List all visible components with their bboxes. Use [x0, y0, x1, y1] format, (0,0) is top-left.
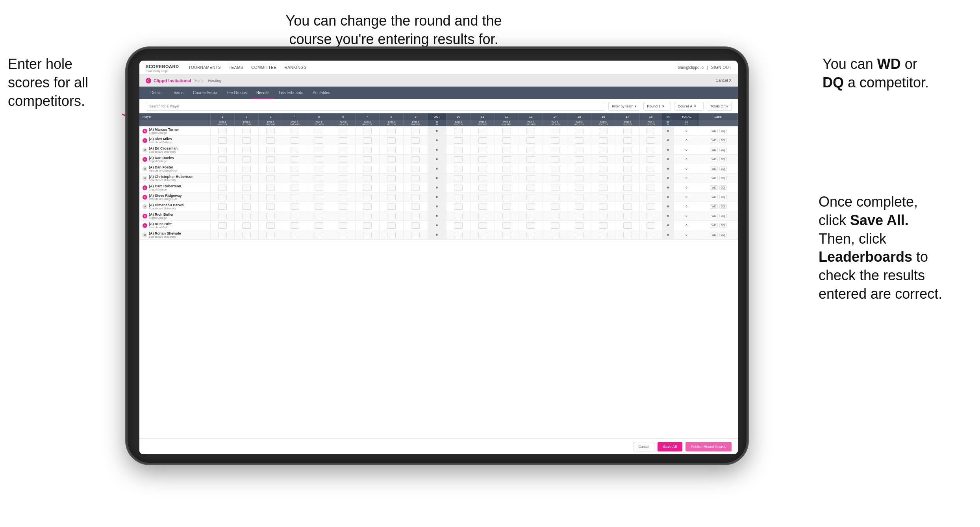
tab-tee-groups[interactable]: Tee Groups — [222, 87, 252, 99]
hole-15-input-cell[interactable] — [567, 155, 591, 164]
hole-16-input[interactable] — [599, 128, 608, 134]
hole-1-input[interactable] — [218, 156, 227, 163]
hole-1-input[interactable] — [218, 185, 227, 191]
dq-button[interactable]: DQ — [719, 148, 727, 152]
hole-5-input-cell[interactable] — [307, 126, 331, 136]
hole-3-input-cell[interactable] — [259, 126, 283, 136]
hole-16-input-cell[interactable] — [591, 136, 615, 145]
hole-6-input-cell[interactable] — [331, 164, 355, 174]
hole-8-input-cell[interactable] — [379, 211, 403, 221]
hole-2-input-cell[interactable] — [234, 126, 258, 136]
hole-10-input[interactable] — [454, 232, 463, 238]
hole-13-input[interactable] — [526, 147, 535, 153]
wd-button[interactable]: WD — [710, 166, 718, 171]
hole-13-input-cell[interactable] — [519, 164, 543, 174]
hole-9-input[interactable] — [411, 147, 420, 153]
hole-18-input[interactable] — [647, 128, 655, 134]
hole-6-input-cell[interactable] — [331, 230, 355, 240]
hole-15-input[interactable] — [575, 232, 584, 238]
hole-3-input-cell[interactable] — [259, 211, 283, 221]
sign-out-link[interactable]: Sign out — [711, 65, 732, 70]
hole-1-input[interactable] — [218, 213, 227, 219]
hole-15-input-cell[interactable] — [567, 230, 591, 240]
hole-13-input-cell[interactable] — [519, 221, 543, 230]
hole-6-input[interactable] — [339, 185, 347, 191]
hole-2-input[interactable] — [242, 222, 251, 229]
hole-1-input-cell[interactable] — [210, 164, 234, 174]
hole-7-input[interactable] — [363, 137, 372, 144]
hole-3-input-cell[interactable] — [259, 174, 283, 183]
hole-8-input-cell[interactable] — [379, 155, 403, 164]
hole-17-input-cell[interactable] — [615, 145, 639, 155]
hole-14-input-cell[interactable] — [543, 202, 567, 211]
hole-3-input-cell[interactable] — [259, 230, 283, 240]
hole-5-input[interactable] — [315, 203, 323, 210]
hole-14-input-cell[interactable] — [543, 183, 567, 192]
hole-5-input[interactable] — [315, 213, 323, 219]
hole-5-input[interactable] — [315, 128, 323, 134]
hole-15-input[interactable] — [575, 156, 584, 163]
hole-5-input[interactable] — [315, 185, 323, 191]
cancel-x-button[interactable]: Cancel X — [715, 78, 732, 83]
publish-round-button[interactable]: Publish Round Scores — [685, 442, 732, 451]
hole-8-input[interactable] — [387, 194, 396, 200]
nav-tournaments[interactable]: TOURNAMENTS — [188, 65, 221, 70]
hole-4-input-cell[interactable] — [283, 192, 307, 202]
wd-button[interactable]: WD — [710, 148, 718, 152]
hole-7-input-cell[interactable] — [355, 174, 379, 183]
hole-13-input[interactable] — [526, 213, 535, 219]
hole-13-input[interactable] — [526, 156, 535, 163]
hole-8-input-cell[interactable] — [379, 183, 403, 192]
hole-7-input-cell[interactable] — [355, 155, 379, 164]
hole-16-input[interactable] — [599, 232, 608, 238]
hole-6-input-cell[interactable] — [331, 145, 355, 155]
hole-18-input[interactable] — [647, 194, 655, 200]
hole-5-input[interactable] — [315, 147, 323, 153]
hole-17-input-cell[interactable] — [615, 221, 639, 230]
hole-8-input[interactable] — [387, 232, 396, 238]
hole-8-input[interactable] — [387, 185, 396, 191]
hole-12-input-cell[interactable] — [495, 230, 519, 240]
hole-8-input-cell[interactable] — [379, 126, 403, 136]
hole-4-input-cell[interactable] — [283, 164, 307, 174]
hole-7-input[interactable] — [363, 156, 372, 163]
hole-11-input-cell[interactable] — [471, 174, 495, 183]
hole-10-input-cell[interactable] — [446, 183, 471, 192]
hole-5-input-cell[interactable] — [307, 230, 331, 240]
hole-9-input-cell[interactable] — [404, 230, 428, 240]
hole-15-input-cell[interactable] — [567, 211, 591, 221]
hole-14-input[interactable] — [551, 185, 559, 191]
hole-3-input[interactable] — [266, 203, 275, 210]
wd-button[interactable]: WD — [710, 185, 718, 190]
hole-15-input-cell[interactable] — [567, 183, 591, 192]
hole-11-input-cell[interactable] — [471, 211, 495, 221]
hole-16-input[interactable] — [599, 137, 608, 144]
hole-14-input[interactable] — [551, 194, 559, 200]
hole-11-input[interactable] — [478, 203, 487, 210]
hole-7-input-cell[interactable] — [355, 211, 379, 221]
hole-15-input-cell[interactable] — [567, 192, 591, 202]
hole-3-input[interactable] — [266, 147, 275, 153]
wd-button[interactable]: WD — [710, 223, 718, 227]
hole-1-input-cell[interactable] — [210, 136, 234, 145]
hole-7-input-cell[interactable] — [355, 221, 379, 230]
tab-teams[interactable]: Teams — [167, 87, 188, 99]
hole-5-input[interactable] — [315, 232, 323, 238]
hole-14-input[interactable] — [551, 213, 559, 219]
hole-2-input-cell[interactable] — [234, 221, 258, 230]
hole-10-input-cell[interactable] — [446, 126, 471, 136]
dq-button[interactable]: DQ — [719, 157, 727, 161]
hole-9-input[interactable] — [411, 222, 420, 229]
hole-2-input[interactable] — [242, 147, 251, 153]
hole-2-input[interactable] — [242, 166, 251, 172]
hole-7-input-cell[interactable] — [355, 164, 379, 174]
hole-13-input[interactable] — [526, 203, 535, 210]
hole-17-input-cell[interactable] — [615, 183, 639, 192]
hole-15-input-cell[interactable] — [567, 136, 591, 145]
hole-9-input[interactable] — [411, 194, 420, 200]
hole-2-input-cell[interactable] — [234, 183, 258, 192]
hole-1-input[interactable] — [218, 166, 227, 172]
hole-6-input[interactable] — [339, 194, 347, 200]
hole-18-input[interactable] — [647, 213, 655, 219]
hole-18-input-cell[interactable] — [639, 155, 662, 164]
